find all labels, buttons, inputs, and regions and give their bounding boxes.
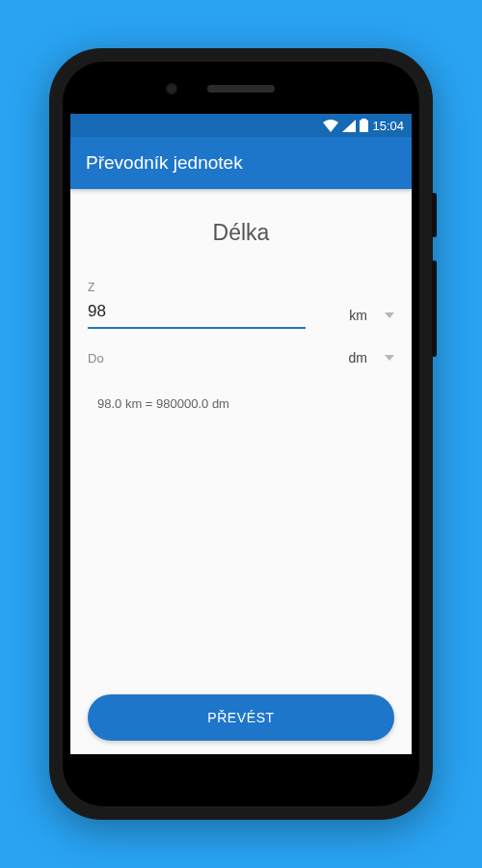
phone-camera xyxy=(166,83,177,95)
to-label: Do xyxy=(88,351,306,371)
to-unit-value: dm xyxy=(349,350,367,366)
signal-icon xyxy=(342,120,356,132)
chevron-down-icon xyxy=(385,355,394,361)
page-title: Délka xyxy=(88,220,394,246)
from-unit-value: km xyxy=(349,308,367,323)
app-bar: Převodník jednotek xyxy=(70,137,412,189)
from-row: Z km xyxy=(88,281,394,329)
convert-button[interactable]: PŘEVÉST xyxy=(88,694,394,741)
from-unit-select[interactable]: km xyxy=(317,308,394,329)
app-title: Převodník jednotek xyxy=(86,152,243,174)
status-bar: 15:04 xyxy=(70,114,412,137)
to-row: Do dm xyxy=(88,350,394,371)
content-area: Délka Z km Do dm xyxy=(70,189,412,754)
spacer xyxy=(88,411,394,694)
from-input-wrap: Z xyxy=(88,281,306,329)
phone-frame: 15:04 Převodník jednotek Délka Z km xyxy=(49,48,433,820)
wifi-icon xyxy=(323,120,338,132)
chevron-down-icon xyxy=(385,312,394,318)
from-input[interactable] xyxy=(88,296,306,329)
battery-icon xyxy=(360,119,368,132)
phone-bezel: 15:04 Převodník jednotek Délka Z km xyxy=(63,62,419,806)
from-label: Z xyxy=(88,281,306,294)
app-screen: 15:04 Převodník jednotek Délka Z km xyxy=(70,114,412,754)
phone-speaker xyxy=(207,85,275,93)
status-time: 15:04 xyxy=(372,119,404,133)
phone-power-button xyxy=(432,193,437,237)
to-unit-select[interactable]: dm xyxy=(317,350,394,371)
phone-volume-button xyxy=(432,260,437,357)
result-text: 98.0 km = 980000.0 dm xyxy=(97,396,394,411)
